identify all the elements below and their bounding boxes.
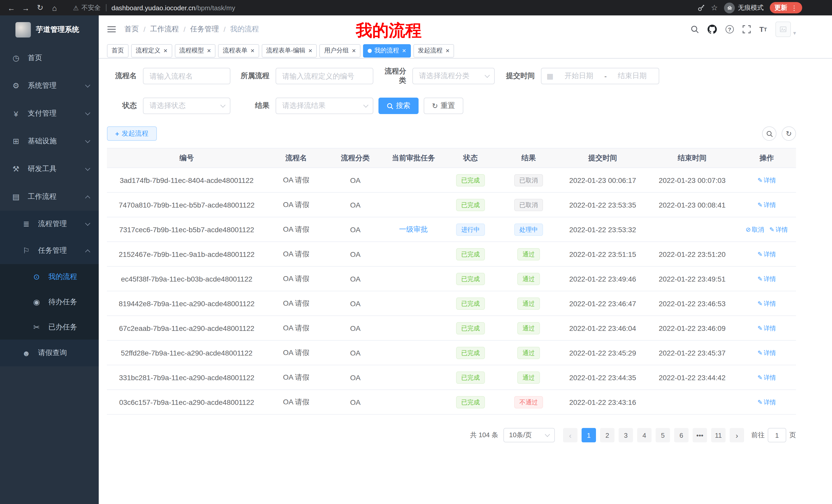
breadcrumb-item[interactable]: 首页 <box>125 25 139 34</box>
sidebar-item-done-task[interactable]: ✂已办任务 <box>0 314 99 340</box>
date-range-picker[interactable]: ▦ 开始日期 - 结束日期 <box>541 68 659 84</box>
search-button[interactable]: 搜索 <box>379 97 419 114</box>
breadcrumb-item[interactable]: 工作流程 <box>150 25 179 34</box>
cell-result: 通过 <box>499 291 558 316</box>
detail-label: 详情 <box>763 201 776 208</box>
detail-button[interactable]: ✎详情 <box>757 349 776 356</box>
url-bar[interactable]: dashboard.yudao.iocoder.cn/bpm/task/my <box>111 4 235 11</box>
detail-button[interactable]: ✎详情 <box>757 398 776 405</box>
tab-process-form[interactable]: 流程表单× <box>218 44 259 57</box>
close-icon[interactable]: × <box>251 47 254 54</box>
result-select[interactable]: 请选择流结果 <box>276 97 373 114</box>
cell-result: 通过 <box>499 242 558 267</box>
current-task-link[interactable]: 一级审批 <box>399 225 428 233</box>
close-icon[interactable]: × <box>163 47 167 54</box>
prev-page-button[interactable]: ‹ <box>563 428 577 442</box>
result-tag: 处理中 <box>514 223 543 235</box>
sidebar-item-workflow[interactable]: ▤工作流程 <box>0 183 99 211</box>
cancel-button[interactable]: ⊘取消 <box>746 226 764 233</box>
next-page-button[interactable]: › <box>730 428 744 442</box>
fullscreen-icon[interactable] <box>743 25 751 33</box>
detail-label: 详情 <box>763 374 776 381</box>
breadcrumb-separator: / <box>224 25 226 33</box>
breadcrumb-item[interactable]: 任务管理 <box>190 25 219 34</box>
detail-button[interactable]: ✎详情 <box>757 325 776 332</box>
page-size-select[interactable]: 10条/页 <box>503 428 555 442</box>
page-button-3[interactable]: 3 <box>619 428 633 442</box>
category-select[interactable]: 请选择流程分类 <box>412 68 495 84</box>
page-more-button[interactable]: ••• <box>693 428 707 442</box>
user-menu[interactable]: ▾ <box>776 22 796 37</box>
breadcrumb-item: 我的流程 <box>230 25 259 34</box>
tab-user-group[interactable]: 用户分组× <box>319 44 361 57</box>
incognito-label: 无痕模式 <box>738 3 763 12</box>
cell-category: OA <box>326 217 385 242</box>
key-icon[interactable] <box>697 4 705 11</box>
tab-home[interactable]: 首页 <box>107 44 129 57</box>
back-button[interactable]: ← <box>5 3 18 12</box>
refresh-table-button[interactable]: ↻ <box>782 127 796 141</box>
sidebar-item-infrastructure[interactable]: ⊞基础设施 <box>0 128 99 155</box>
detail-button[interactable]: ✎详情 <box>757 275 776 282</box>
detail-button[interactable]: ✎详情 <box>757 250 776 258</box>
search-icon <box>766 130 773 137</box>
sidebar-item-task-mgmt[interactable]: ⚐任务管理 <box>0 237 99 264</box>
page-button-11[interactable]: 11 <box>711 428 726 442</box>
tab-process-model[interactable]: 流程模型× <box>175 44 215 57</box>
font-size-icon[interactable]: TT <box>759 25 767 33</box>
close-icon[interactable]: × <box>402 47 406 54</box>
tab-process-form-edit[interactable]: 流程表单-编辑× <box>262 44 317 57</box>
create-process-button[interactable]: + 发起流程 <box>107 127 157 141</box>
logo[interactable]: 芋道管理系统 <box>0 16 99 44</box>
reset-button[interactable]: ↻ 重置 <box>424 97 463 114</box>
page-button-4[interactable]: 4 <box>637 428 651 442</box>
tab-start-process[interactable]: 发起流程× <box>413 44 454 57</box>
goto-page-input[interactable] <box>768 428 786 442</box>
detail-button[interactable]: ✎详情 <box>769 226 788 233</box>
browser-menu-dots-icon[interactable]: ⋮ <box>791 4 798 11</box>
cell-current-task <box>385 316 442 340</box>
sidebar-toggle-button[interactable] <box>107 25 116 33</box>
detail-button[interactable]: ✎详情 <box>757 176 776 184</box>
detail-button[interactable]: ✎详情 <box>757 374 776 381</box>
detail-button[interactable]: ✎详情 <box>757 201 776 208</box>
page-button-6[interactable]: 6 <box>674 428 688 442</box>
column-header: 当前审批任务 <box>385 148 442 168</box>
toggle-search-button[interactable] <box>762 127 777 141</box>
search-icon[interactable] <box>691 25 699 33</box>
tab-my-process[interactable]: 我的流程× <box>363 44 411 57</box>
close-icon[interactable]: × <box>352 47 356 54</box>
scissors-icon: ✂ <box>31 323 42 332</box>
sidebar-item-payment[interactable]: ¥支付管理 <box>0 100 99 128</box>
close-icon[interactable]: × <box>207 47 211 54</box>
github-icon[interactable] <box>707 25 717 34</box>
bookmark-star-icon[interactable]: ☆ <box>711 3 718 12</box>
sidebar-item-leave-query[interactable]: ☻请假查询 <box>0 340 99 366</box>
home-button[interactable]: ⌂ <box>48 3 61 12</box>
reload-button[interactable]: ↻ <box>34 3 46 12</box>
tab-label: 流程表单 <box>223 46 247 55</box>
detail-button[interactable]: ✎详情 <box>757 300 776 307</box>
detail-label: 详情 <box>763 250 776 258</box>
sidebar-item-process-mgmt[interactable]: ≣流程管理 <box>0 211 99 237</box>
sidebar-item-system[interactable]: ⚙系统管理 <box>0 72 99 100</box>
page-button-5[interactable]: 5 <box>656 428 670 442</box>
security-badge[interactable]: ⚠ 不安全 <box>73 3 101 12</box>
sidebar-item-my-process[interactable]: ⊙我的流程 <box>0 264 99 289</box>
sidebar-item-home[interactable]: ◷首页 <box>0 44 99 72</box>
page-button-2[interactable]: 2 <box>600 428 615 442</box>
cell-status: 已完成 <box>442 267 499 291</box>
sidebar-item-dev-tools[interactable]: ⚒研发工具 <box>0 155 99 183</box>
close-icon[interactable]: × <box>446 47 449 54</box>
status-select[interactable]: 请选择状态 <box>143 97 230 114</box>
close-icon[interactable]: × <box>309 47 312 54</box>
process-definition-input[interactable] <box>276 68 373 84</box>
cell-end-time: 2022-01-22 23:45:37 <box>647 340 737 365</box>
forward-button[interactable]: → <box>20 3 32 12</box>
tab-process-definition[interactable]: 流程定义× <box>131 44 172 57</box>
page-button-1[interactable]: 1 <box>581 428 596 442</box>
update-button[interactable]: 更新 ⋮ <box>770 2 802 13</box>
help-icon[interactable]: ? <box>726 25 734 33</box>
sidebar-item-todo-task[interactable]: ◉待办任务 <box>0 289 99 314</box>
process-name-input[interactable] <box>143 68 230 84</box>
